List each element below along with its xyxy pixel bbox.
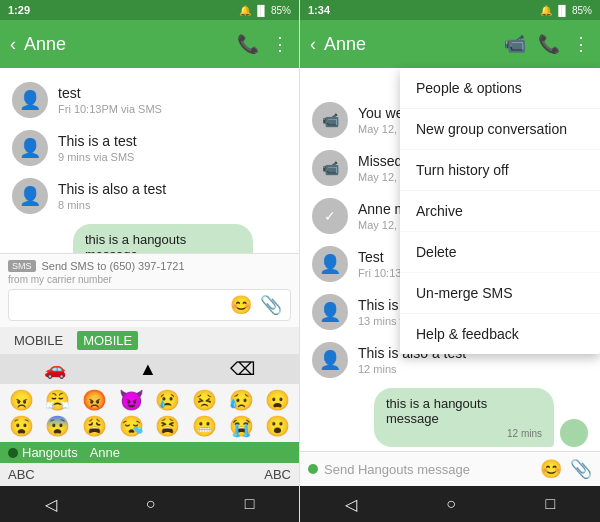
emoji-16[interactable]: 😮 — [260, 414, 295, 438]
keyboard-top: 🚗 ▲ ⌫ — [0, 354, 299, 384]
dropdown-menu: People & options New group conversation … — [400, 68, 600, 354]
avatar: 👤 — [312, 294, 348, 330]
emoji-10[interactable]: 😨 — [41, 414, 76, 438]
right-back-button[interactable]: ‹ — [310, 34, 316, 55]
phone-icon[interactable]: 📞 — [538, 33, 560, 55]
dropdown-people-options[interactable]: People & options — [400, 68, 600, 109]
emoji-13[interactable]: 😫 — [151, 414, 186, 438]
right-nav-bar: ◁ ○ □ — [300, 486, 600, 522]
emoji-icon[interactable]: 😊 — [230, 294, 252, 316]
bubble-meta: 12 mins — [386, 428, 542, 439]
abc-left[interactable]: ABC — [8, 467, 35, 482]
contact-name[interactable]: Anne — [24, 34, 229, 55]
emoji-15[interactable]: 😭 — [224, 414, 259, 438]
home-nav-button[interactable]: ○ — [446, 495, 456, 513]
back-button[interactable]: ‹ — [10, 34, 16, 55]
dropdown-unmerge-sms[interactable]: Un-merge SMS — [400, 273, 600, 314]
suggestion-row: Hangouts Anne — [0, 442, 299, 463]
right-status-bar: 1:34 🔔 ▐▌ 85% — [300, 0, 600, 20]
emoji-5[interactable]: 😢 — [151, 388, 186, 412]
emoji-2[interactable]: 😤 — [41, 388, 76, 412]
sender-avatar — [560, 419, 588, 447]
dropdown-archive[interactable]: Archive — [400, 191, 600, 232]
emoji-9[interactable]: 😧 — [4, 414, 39, 438]
attach-icon[interactable]: 📎 — [570, 458, 592, 480]
avatar: 👤 — [12, 82, 48, 118]
toolbar-icons: 📞 ⋮ — [237, 33, 289, 55]
suggestion-hangouts[interactable]: Hangouts — [8, 445, 78, 460]
emoji-8[interactable]: 😦 — [260, 388, 295, 412]
message-text: test — [58, 85, 287, 101]
emoji-4[interactable]: 😈 — [114, 388, 149, 412]
sent-bubble: this is a hangouts message 12 mins — [374, 388, 554, 447]
bubble-text: this is a hangouts message — [386, 396, 542, 426]
attach-icon[interactable]: 📎 — [260, 294, 282, 316]
avatar-icon: 👤 — [319, 301, 341, 323]
emoji-11[interactable]: 😩 — [77, 414, 112, 438]
sent-bubble: this is a hangouts message 7 mins — [73, 224, 253, 253]
hangouts-input[interactable]: Send Hangouts message — [324, 462, 534, 477]
emoji-6[interactable]: 😣 — [187, 388, 222, 412]
sms-carrier: from my carrier number — [8, 274, 291, 285]
recents-nav-button[interactable]: □ — [245, 495, 255, 513]
emoji-3[interactable]: 😡 — [77, 388, 112, 412]
avatar-icon: 👤 — [319, 253, 341, 275]
right-input-area: Send Hangouts message 😊 📎 — [300, 451, 600, 486]
message-meta: 12 mins — [358, 363, 588, 375]
signal-icon: ▐▌ — [555, 5, 569, 16]
message-content: This is also a test 8 mins — [58, 181, 287, 211]
bubble-text: this is a hangouts message — [85, 232, 241, 253]
video-icon[interactable]: 📹 — [504, 33, 526, 55]
avatar: 📹 — [312, 102, 348, 138]
avatar: 📹 — [312, 150, 348, 186]
home-nav-button[interactable]: ○ — [146, 495, 156, 513]
avatar: 👤 — [312, 246, 348, 282]
recents-nav-button[interactable]: □ — [546, 495, 556, 513]
battery-text: 85% — [572, 5, 592, 16]
autocomplete-mobile-2[interactable]: MOBILE — [77, 331, 138, 350]
autocomplete-mobile-1[interactable]: MOBILE — [8, 331, 69, 350]
emoji-icon[interactable]: 😊 — [540, 458, 562, 480]
left-messages-area: 👤 test Fri 10:13PM via SMS 👤 This is a t… — [0, 68, 299, 253]
left-status-icons: 🔔 ▐▌ 85% — [239, 5, 291, 16]
keyboard-abc: ABC ABC — [0, 463, 299, 486]
message-text: This is a test — [58, 133, 287, 149]
right-contact-name[interactable]: Anne — [324, 34, 496, 55]
abc-right[interactable]: ABC — [264, 467, 291, 482]
left-nav-bar: ◁ ○ □ — [0, 486, 299, 522]
back-nav-button[interactable]: ◁ — [45, 495, 57, 514]
avatar-icon: 👤 — [19, 137, 41, 159]
message-content: This is a test 9 mins via SMS — [58, 133, 287, 163]
avatar: 👤 — [12, 178, 48, 214]
avatar: 👤 — [12, 130, 48, 166]
sms-badge: SMS — [8, 260, 36, 272]
suggestion-anne[interactable]: Anne — [90, 445, 120, 460]
dropdown-help-feedback[interactable]: Help & feedback — [400, 314, 600, 354]
battery-text: 85% — [271, 5, 291, 16]
more-icon[interactable]: ⋮ — [572, 33, 590, 55]
phone-icon[interactable]: 📞 — [237, 33, 259, 55]
emoji-7[interactable]: 😥 — [224, 388, 259, 412]
emoji-1[interactable]: 😠 — [4, 388, 39, 412]
backspace-icon[interactable]: ⌫ — [230, 358, 255, 380]
left-status-bar: 1:29 🔔 ▐▌ 85% — [0, 0, 299, 20]
sms-label-row: SMS Send SMS to (650) 397-1721 — [8, 260, 291, 272]
dropdown-turn-history-off[interactable]: Turn history off — [400, 150, 600, 191]
input-icons: 😊 📎 — [230, 294, 282, 316]
dropdown-new-group[interactable]: New group conversation — [400, 109, 600, 150]
avatar-icon: 👤 — [19, 89, 41, 111]
emoji-14[interactable]: 😬 — [187, 414, 222, 438]
right-time: 1:34 — [308, 4, 330, 16]
hangouts-dot — [8, 448, 18, 458]
emoji-12[interactable]: 😪 — [114, 414, 149, 438]
right-panel: 1:34 🔔 ▐▌ 85% ‹ Anne 📹 📞 ⋮ May 12, 11:22… — [300, 0, 600, 522]
dropdown-delete[interactable]: Delete — [400, 232, 600, 273]
triangle-icon: ▲ — [139, 359, 157, 380]
message-meta: Fri 10:13PM via SMS — [58, 103, 287, 115]
car-icon: 🚗 — [44, 358, 66, 380]
more-icon[interactable]: ⋮ — [271, 33, 289, 55]
left-input-area: SMS Send SMS to (650) 397-1721 from my c… — [0, 253, 299, 327]
back-nav-button[interactable]: ◁ — [345, 495, 357, 514]
message-meta: 8 mins — [58, 199, 287, 211]
avatar-icon: 👤 — [319, 349, 341, 371]
